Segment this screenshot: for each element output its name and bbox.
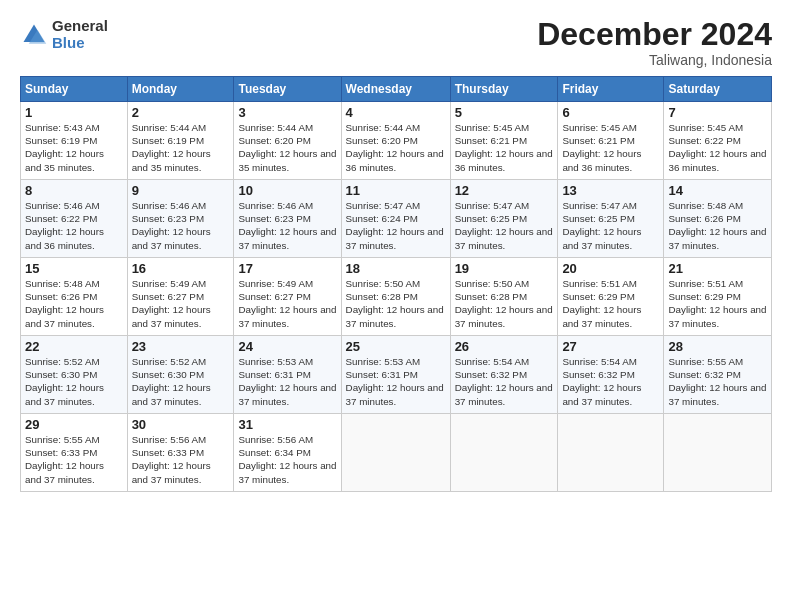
day-number: 23 (132, 339, 230, 354)
calendar-cell: 23 Sunrise: 5:52 AMSunset: 6:30 PMDaylig… (127, 336, 234, 414)
day-info: Sunrise: 5:51 AMSunset: 6:29 PMDaylight:… (668, 278, 766, 329)
calendar-cell: 21 Sunrise: 5:51 AMSunset: 6:29 PMDaylig… (664, 258, 772, 336)
calendar-cell: 3 Sunrise: 5:44 AMSunset: 6:20 PMDayligh… (234, 102, 341, 180)
calendar-cell: 5 Sunrise: 5:45 AMSunset: 6:21 PMDayligh… (450, 102, 558, 180)
day-info: Sunrise: 5:46 AMSunset: 6:23 PMDaylight:… (132, 200, 211, 251)
day-number: 25 (346, 339, 446, 354)
day-info: Sunrise: 5:47 AMSunset: 6:24 PMDaylight:… (346, 200, 444, 251)
day-number: 14 (668, 183, 767, 198)
calendar-cell: 11 Sunrise: 5:47 AMSunset: 6:24 PMDaylig… (341, 180, 450, 258)
day-info: Sunrise: 5:54 AMSunset: 6:32 PMDaylight:… (455, 356, 553, 407)
calendar-cell (450, 414, 558, 492)
calendar-week-row: 22 Sunrise: 5:52 AMSunset: 6:30 PMDaylig… (21, 336, 772, 414)
page: General Blue December 2024 Taliwang, Ind… (0, 0, 792, 612)
day-info: Sunrise: 5:45 AMSunset: 6:21 PMDaylight:… (562, 122, 641, 173)
day-number: 15 (25, 261, 123, 276)
day-number: 6 (562, 105, 659, 120)
calendar-cell (558, 414, 664, 492)
day-number: 1 (25, 105, 123, 120)
header-saturday: Saturday (664, 77, 772, 102)
day-info: Sunrise: 5:50 AMSunset: 6:28 PMDaylight:… (346, 278, 444, 329)
calendar-cell: 22 Sunrise: 5:52 AMSunset: 6:30 PMDaylig… (21, 336, 128, 414)
day-number: 30 (132, 417, 230, 432)
day-info: Sunrise: 5:53 AMSunset: 6:31 PMDaylight:… (238, 356, 336, 407)
calendar-cell: 30 Sunrise: 5:56 AMSunset: 6:33 PMDaylig… (127, 414, 234, 492)
calendar-cell: 20 Sunrise: 5:51 AMSunset: 6:29 PMDaylig… (558, 258, 664, 336)
header-thursday: Thursday (450, 77, 558, 102)
day-info: Sunrise: 5:52 AMSunset: 6:30 PMDaylight:… (132, 356, 211, 407)
title-area: December 2024 Taliwang, Indonesia (537, 18, 772, 68)
day-info: Sunrise: 5:44 AMSunset: 6:19 PMDaylight:… (132, 122, 211, 173)
day-info: Sunrise: 5:51 AMSunset: 6:29 PMDaylight:… (562, 278, 641, 329)
logo-icon (20, 21, 48, 49)
day-number: 26 (455, 339, 554, 354)
day-number: 31 (238, 417, 336, 432)
calendar-cell: 31 Sunrise: 5:56 AMSunset: 6:34 PMDaylig… (234, 414, 341, 492)
day-info: Sunrise: 5:47 AMSunset: 6:25 PMDaylight:… (562, 200, 641, 251)
day-number: 21 (668, 261, 767, 276)
day-number: 3 (238, 105, 336, 120)
day-number: 28 (668, 339, 767, 354)
calendar-cell: 24 Sunrise: 5:53 AMSunset: 6:31 PMDaylig… (234, 336, 341, 414)
calendar-cell: 27 Sunrise: 5:54 AMSunset: 6:32 PMDaylig… (558, 336, 664, 414)
logo: General Blue (20, 18, 108, 51)
calendar-cell: 13 Sunrise: 5:47 AMSunset: 6:25 PMDaylig… (558, 180, 664, 258)
calendar-week-row: 29 Sunrise: 5:55 AMSunset: 6:33 PMDaylig… (21, 414, 772, 492)
day-number: 13 (562, 183, 659, 198)
header-wednesday: Wednesday (341, 77, 450, 102)
header-sunday: Sunday (21, 77, 128, 102)
calendar-week-row: 8 Sunrise: 5:46 AMSunset: 6:22 PMDayligh… (21, 180, 772, 258)
day-info: Sunrise: 5:50 AMSunset: 6:28 PMDaylight:… (455, 278, 553, 329)
day-info: Sunrise: 5:46 AMSunset: 6:22 PMDaylight:… (25, 200, 104, 251)
calendar-cell: 12 Sunrise: 5:47 AMSunset: 6:25 PMDaylig… (450, 180, 558, 258)
calendar-cell: 9 Sunrise: 5:46 AMSunset: 6:23 PMDayligh… (127, 180, 234, 258)
day-number: 7 (668, 105, 767, 120)
calendar-cell: 14 Sunrise: 5:48 AMSunset: 6:26 PMDaylig… (664, 180, 772, 258)
day-info: Sunrise: 5:44 AMSunset: 6:20 PMDaylight:… (346, 122, 444, 173)
day-info: Sunrise: 5:56 AMSunset: 6:34 PMDaylight:… (238, 434, 336, 485)
day-number: 4 (346, 105, 446, 120)
day-number: 22 (25, 339, 123, 354)
day-number: 12 (455, 183, 554, 198)
day-info: Sunrise: 5:49 AMSunset: 6:27 PMDaylight:… (238, 278, 336, 329)
day-number: 16 (132, 261, 230, 276)
day-info: Sunrise: 5:53 AMSunset: 6:31 PMDaylight:… (346, 356, 444, 407)
day-number: 5 (455, 105, 554, 120)
header-friday: Friday (558, 77, 664, 102)
logo-text: General Blue (52, 18, 108, 51)
day-info: Sunrise: 5:45 AMSunset: 6:21 PMDaylight:… (455, 122, 553, 173)
calendar-week-row: 15 Sunrise: 5:48 AMSunset: 6:26 PMDaylig… (21, 258, 772, 336)
day-number: 19 (455, 261, 554, 276)
day-info: Sunrise: 5:55 AMSunset: 6:32 PMDaylight:… (668, 356, 766, 407)
day-number: 18 (346, 261, 446, 276)
calendar-cell (341, 414, 450, 492)
calendar-cell: 25 Sunrise: 5:53 AMSunset: 6:31 PMDaylig… (341, 336, 450, 414)
day-number: 11 (346, 183, 446, 198)
day-info: Sunrise: 5:43 AMSunset: 6:19 PMDaylight:… (25, 122, 104, 173)
calendar-cell: 29 Sunrise: 5:55 AMSunset: 6:33 PMDaylig… (21, 414, 128, 492)
day-info: Sunrise: 5:48 AMSunset: 6:26 PMDaylight:… (668, 200, 766, 251)
logo-blue: Blue (52, 35, 108, 52)
calendar-cell: 26 Sunrise: 5:54 AMSunset: 6:32 PMDaylig… (450, 336, 558, 414)
calendar-cell: 18 Sunrise: 5:50 AMSunset: 6:28 PMDaylig… (341, 258, 450, 336)
day-info: Sunrise: 5:49 AMSunset: 6:27 PMDaylight:… (132, 278, 211, 329)
day-info: Sunrise: 5:54 AMSunset: 6:32 PMDaylight:… (562, 356, 641, 407)
day-info: Sunrise: 5:46 AMSunset: 6:23 PMDaylight:… (238, 200, 336, 251)
calendar-cell (664, 414, 772, 492)
calendar-table: Sunday Monday Tuesday Wednesday Thursday… (20, 76, 772, 492)
logo-general: General (52, 18, 108, 35)
day-info: Sunrise: 5:48 AMSunset: 6:26 PMDaylight:… (25, 278, 104, 329)
day-number: 2 (132, 105, 230, 120)
day-number: 29 (25, 417, 123, 432)
calendar-cell: 2 Sunrise: 5:44 AMSunset: 6:19 PMDayligh… (127, 102, 234, 180)
calendar-cell: 8 Sunrise: 5:46 AMSunset: 6:22 PMDayligh… (21, 180, 128, 258)
day-number: 17 (238, 261, 336, 276)
calendar-cell: 15 Sunrise: 5:48 AMSunset: 6:26 PMDaylig… (21, 258, 128, 336)
calendar-cell: 10 Sunrise: 5:46 AMSunset: 6:23 PMDaylig… (234, 180, 341, 258)
day-info: Sunrise: 5:52 AMSunset: 6:30 PMDaylight:… (25, 356, 104, 407)
calendar-cell: 16 Sunrise: 5:49 AMSunset: 6:27 PMDaylig… (127, 258, 234, 336)
calendar-cell: 17 Sunrise: 5:49 AMSunset: 6:27 PMDaylig… (234, 258, 341, 336)
header-tuesday: Tuesday (234, 77, 341, 102)
day-info: Sunrise: 5:45 AMSunset: 6:22 PMDaylight:… (668, 122, 766, 173)
calendar-cell: 7 Sunrise: 5:45 AMSunset: 6:22 PMDayligh… (664, 102, 772, 180)
